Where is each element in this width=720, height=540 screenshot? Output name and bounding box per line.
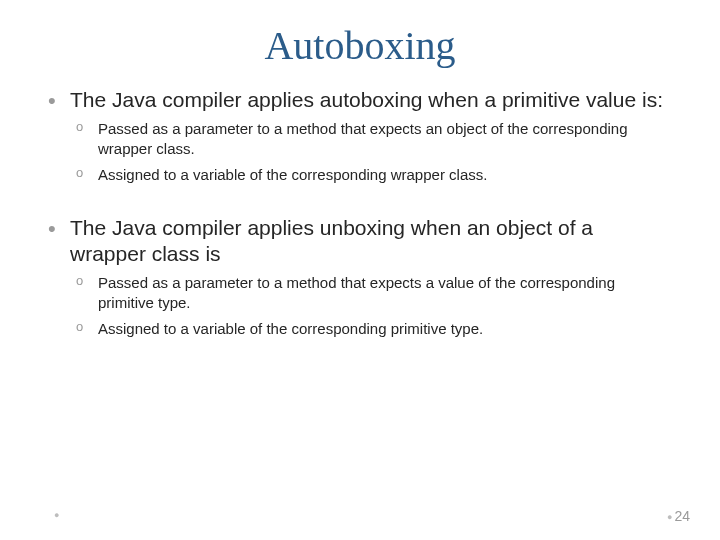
page-number: 24	[667, 508, 690, 524]
sub-bullet-item: Assigned to a variable of the correspond…	[98, 165, 670, 185]
bullet-text: The Java compiler applies autoboxing whe…	[70, 88, 663, 111]
bullet-item: The Java compiler applies autoboxing whe…	[70, 87, 670, 185]
bullet-item: The Java compiler applies unboxing when …	[70, 215, 670, 339]
bullet-text: The Java compiler applies unboxing when …	[70, 216, 593, 265]
sub-bullet-item: Assigned to a variable of the correspond…	[98, 319, 670, 339]
slide-title: Autoboxing	[0, 0, 720, 87]
sub-bullet-item: Passed as a parameter to a method that e…	[98, 119, 670, 158]
slide-content: The Java compiler applies autoboxing whe…	[0, 87, 720, 339]
footer-decoration-icon: ●	[54, 510, 59, 520]
sub-bullet-item: Passed as a parameter to a method that e…	[98, 273, 670, 312]
